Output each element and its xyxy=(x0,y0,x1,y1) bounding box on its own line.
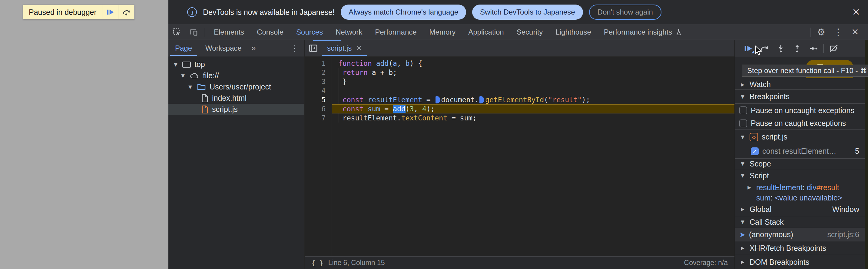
expand-arrow-icon[interactable]: ▼ xyxy=(173,62,179,67)
chevron-down-icon[interactable]: ▼ xyxy=(739,94,746,100)
scope-var-value: sum: <value unavailable> xyxy=(756,193,842,202)
device-toolbar-icon xyxy=(189,28,198,37)
tab-lighthouse[interactable]: Lighthouse xyxy=(549,24,597,40)
tab-application[interactable]: Application xyxy=(462,24,510,40)
breakpoint-enabled-checkbox[interactable]: ✓ xyxy=(751,147,759,155)
code-line-5[interactable]: const resultElement = document.getElemen… xyxy=(332,95,735,104)
tab-security[interactable]: Security xyxy=(510,24,549,40)
section-dom-breakpoints[interactable]: ▶ DOM Breakpoints xyxy=(735,255,865,269)
section-breakpoints[interactable]: ▼ Breakpoints xyxy=(735,90,865,104)
more-options-kebab-icon[interactable]: ⋮ xyxy=(830,27,847,37)
toggle-device-toolbar-button[interactable] xyxy=(185,28,202,37)
devtools-window: i DevTools is now available in Japanese!… xyxy=(168,0,868,269)
close-tab-icon[interactable]: ✕ xyxy=(356,44,362,52)
scope-global-group[interactable]: ▶ Global Window xyxy=(735,203,865,216)
line-number[interactable]: 4 xyxy=(305,86,332,95)
tree-label: script.js xyxy=(212,105,238,114)
pause-uncaught-row[interactable]: Pause on uncaught exceptions xyxy=(735,104,865,117)
pause-caught-checkbox[interactable] xyxy=(739,119,747,127)
resume-script-button[interactable] xyxy=(102,5,118,19)
breakpoint-snippet: const resultElement = doc··· xyxy=(762,147,838,156)
code-line-7[interactable]: resultElement.textContent = sum; xyxy=(332,113,735,123)
chevron-right-icon[interactable]: ▶ xyxy=(739,207,746,212)
tree-item-index-html[interactable]: index.html xyxy=(168,92,304,104)
code-viewer[interactable]: 1 2 3 4 5 6 7 function add(a, b) { retur… xyxy=(305,56,735,256)
frame-name: (anonymous) xyxy=(749,230,793,239)
code-line-2[interactable]: return a + b; xyxy=(332,68,735,77)
pause-caught-row[interactable]: Pause on caught exceptions xyxy=(735,117,865,130)
tree-label: index.html xyxy=(212,94,247,103)
close-devtools-icon[interactable]: ✕ xyxy=(847,27,863,37)
tab-sources[interactable]: Sources xyxy=(290,24,329,40)
tab-network[interactable]: Network xyxy=(329,24,369,40)
always-match-language-button[interactable]: Always match Chrome's language xyxy=(341,4,466,20)
pretty-print-icon[interactable]: { } xyxy=(311,259,323,267)
navigator-tab-workspace[interactable]: Workspace xyxy=(199,40,248,56)
section-scope[interactable]: ▼ Scope xyxy=(735,158,865,169)
line-number[interactable]: 7 xyxy=(305,113,332,123)
editor-tab-label: script.js xyxy=(327,44,352,52)
expand-arrow-icon[interactable]: ▼ xyxy=(180,73,186,79)
chevron-right-icon[interactable]: ▶ xyxy=(739,245,746,251)
tab-performance-insights[interactable]: Performance insights xyxy=(597,24,689,40)
chevron-down-icon[interactable]: ▼ xyxy=(739,219,746,225)
code-lines[interactable]: function add(a, b) { return a + b; } con… xyxy=(332,56,735,123)
breakpoint-line-number[interactable]: 5 xyxy=(305,95,332,104)
breakpoint-entry-row[interactable]: ✓ const resultElement = doc··· 5 xyxy=(735,144,865,158)
scope-var-resultelement[interactable]: ▶ resultElement: div#result xyxy=(735,182,865,193)
code-line-6-execution[interactable]: const sum = add(3, 4); xyxy=(332,104,735,113)
tree-item-top[interactable]: ▼ top xyxy=(168,59,304,70)
navigator-tab-page[interactable]: Page xyxy=(168,40,199,56)
paused-in-debugger-overlay: Paused in debugger xyxy=(23,5,134,20)
collapse-navigator-icon[interactable] xyxy=(305,43,322,53)
expand-arrow-icon[interactable]: ▼ xyxy=(187,84,193,90)
tab-performance[interactable]: Performance xyxy=(369,24,423,40)
switch-to-japanese-button[interactable]: Switch DevTools to Japanese xyxy=(472,4,583,20)
chevron-right-icon[interactable]: ▶ xyxy=(739,259,746,265)
inspect-element-button[interactable] xyxy=(168,28,185,37)
tree-item-script-js[interactable]: script.js xyxy=(168,104,304,115)
tree-item-file-scheme[interactable]: ▼ file:// xyxy=(168,70,304,81)
chevron-down-icon[interactable]: ▼ xyxy=(739,173,746,178)
call-stack-frame[interactable]: ➤ (anonymous) script.js:6 xyxy=(735,228,865,241)
tab-elements[interactable]: Elements xyxy=(208,24,250,40)
line-number[interactable]: 1 xyxy=(305,59,332,68)
step-button[interactable] xyxy=(805,42,822,55)
section-call-stack[interactable]: ▼ Call Stack xyxy=(735,216,865,228)
settings-gear-icon[interactable]: ⚙ xyxy=(813,27,830,37)
navigator-kebab-icon[interactable]: ⋮ xyxy=(285,44,304,53)
code-line-1[interactable]: function add(a, b) { xyxy=(332,59,735,68)
step-over-button-overlay[interactable] xyxy=(118,5,134,19)
chevron-down-icon[interactable]: ▼ xyxy=(739,161,746,166)
chevron-right-icon[interactable]: ▶ xyxy=(746,185,753,190)
pause-uncaught-checkbox[interactable] xyxy=(739,106,747,114)
section-watch[interactable]: ▶ Watch xyxy=(735,79,865,90)
chevron-right-icon[interactable]: ▶ xyxy=(739,82,746,87)
info-icon: i xyxy=(187,7,197,17)
editor-tab-script-js[interactable]: script.js ✕ xyxy=(322,40,367,56)
tab-label: Elements xyxy=(214,28,244,36)
code-editor-panel: script.js ✕ 1 2 3 4 5 6 7 function add(a… xyxy=(305,40,735,269)
scope-script-group[interactable]: ▼ Script xyxy=(735,169,865,182)
line-number[interactable]: 2 xyxy=(305,68,332,77)
line-number[interactable]: 6 xyxy=(305,104,332,113)
dont-show-again-button[interactable]: Don't show again xyxy=(589,4,661,20)
tab-memory[interactable]: Memory xyxy=(423,24,462,40)
step-out-button[interactable] xyxy=(789,42,805,55)
scope-var-sum[interactable]: sum: <value unavailable> xyxy=(735,193,865,203)
more-tabs-chevron-icon[interactable]: » xyxy=(248,43,259,53)
infobar-close-icon[interactable]: ✕ xyxy=(852,6,860,18)
tree-item-project-folder[interactable]: ▼ Users/user/project xyxy=(168,81,304,92)
chevron-down-icon[interactable]: ▼ xyxy=(739,134,746,140)
tab-label: Console xyxy=(257,28,283,36)
breakpoint-file-group[interactable]: ▼ ‹› script.js xyxy=(735,130,865,144)
section-xhr-breakpoints[interactable]: ▶ XHR/fetch Breakpoints xyxy=(735,241,865,255)
code-line-4[interactable] xyxy=(332,86,735,95)
tab-console[interactable]: Console xyxy=(250,24,290,40)
deactivate-breakpoints-button[interactable] xyxy=(826,42,842,55)
inspect-cursor-icon xyxy=(172,28,181,37)
line-number-gutter[interactable]: 1 2 3 4 5 6 7 xyxy=(305,56,332,256)
line-number[interactable]: 3 xyxy=(305,77,332,86)
step-into-button[interactable] xyxy=(773,42,789,55)
code-line-3[interactable]: } xyxy=(332,77,735,86)
